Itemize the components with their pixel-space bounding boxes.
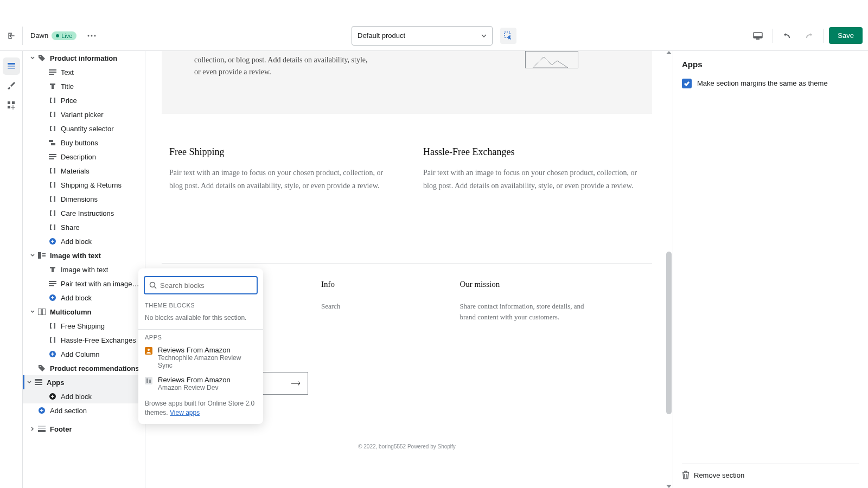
- svg-rect-34: [35, 379, 42, 381]
- block-price[interactable]: Price: [23, 93, 145, 107]
- app-blocks-icon: [7, 100, 16, 110]
- col1-body: Pair text with an image to focus on your…: [169, 166, 391, 192]
- svg-rect-5: [754, 36, 762, 38]
- app-subtitle: Technophile Amazon Review Sync: [158, 354, 257, 369]
- footer-search-link[interactable]: Search: [321, 302, 340, 310]
- inspector-button[interactable]: [500, 28, 516, 44]
- svg-rect-7: [8, 63, 15, 65]
- block-label: Price: [61, 97, 77, 105]
- svg-rect-18: [51, 143, 55, 145]
- bracket-icon: [49, 111, 56, 118]
- divider: [138, 329, 263, 330]
- col2-body: Pair text with an image to focus on your…: [423, 166, 644, 192]
- add-section[interactable]: Add section: [23, 403, 145, 418]
- checkbox-checked[interactable]: [682, 79, 692, 88]
- svg-rect-40: [38, 428, 46, 429]
- app-title: Reviews From Amazon: [158, 346, 257, 354]
- add-label: Add block: [61, 393, 92, 401]
- view-apps-link[interactable]: View apps: [170, 409, 200, 416]
- section-apps[interactable]: Apps: [23, 375, 145, 389]
- add-block-product-info[interactable]: Add block: [23, 234, 145, 248]
- app-section-icon: [35, 379, 42, 386]
- template-label: Default product: [358, 31, 405, 40]
- exit-button[interactable]: [4, 27, 23, 45]
- monitor-icon: [753, 32, 763, 40]
- block-label: Text: [61, 68, 74, 76]
- type-icon: [49, 82, 56, 90]
- footer-icon: [38, 426, 46, 432]
- rail-sections[interactable]: [3, 57, 20, 75]
- svg-rect-35: [35, 382, 42, 383]
- block-quantity-selector[interactable]: Quantity selector: [23, 121, 145, 136]
- block-buy-buttons[interactable]: Buy buttons: [23, 136, 145, 150]
- more-button[interactable]: [84, 28, 99, 43]
- add-label: Add section: [50, 407, 87, 415]
- app-subtitle: Amazon Review Dev: [158, 384, 231, 391]
- block-iwt-heading[interactable]: Image with text: [23, 262, 145, 277]
- block-text[interactable]: Text: [23, 65, 145, 79]
- sidebar[interactable]: Product information Text Title Price Var…: [23, 51, 145, 488]
- block-label: Variant picker: [61, 111, 104, 119]
- section-multicolumn[interactable]: Multicolumn: [23, 305, 145, 319]
- col2-title: Hassle-Free Exchanges: [423, 146, 644, 158]
- paintbrush-icon: [7, 81, 16, 91]
- app-block-item-1[interactable]: Reviews From Amazon Technophile Amazon R…: [138, 343, 263, 373]
- template-select[interactable]: Default product: [352, 26, 493, 46]
- block-free-shipping[interactable]: Free Shipping: [23, 319, 145, 333]
- block-label: Quantity selector: [61, 125, 114, 133]
- add-block-iwt[interactable]: Add block: [23, 291, 145, 305]
- section-product-information[interactable]: Product information: [23, 51, 145, 65]
- undo-button[interactable]: [778, 27, 797, 45]
- bracket-icon: [49, 322, 56, 330]
- section-footer[interactable]: Footer: [23, 422, 145, 436]
- block-dimensions[interactable]: Dimensions: [23, 192, 145, 206]
- block-shipping-returns[interactable]: Shipping & Returns: [23, 178, 145, 192]
- bracket-icon: [49, 97, 56, 104]
- app-block-item-2[interactable]: Reviews From Amazon Amazon Review Dev: [138, 373, 263, 395]
- block-care-instructions[interactable]: Care Instructions: [23, 206, 145, 220]
- topbar: Dawn Live Default product: [0, 21, 868, 51]
- svg-rect-16: [49, 74, 54, 75]
- svg-rect-41: [38, 430, 46, 432]
- app-title: Reviews From Amazon: [158, 376, 231, 384]
- bracket-icon: [49, 181, 56, 189]
- bracket-icon: [49, 336, 56, 344]
- section-image-with-text[interactable]: Image with text: [23, 248, 145, 262]
- block-share[interactable]: Share: [23, 220, 145, 234]
- scroll-down-icon: [666, 485, 672, 488]
- svg-rect-23: [38, 252, 41, 259]
- search-input[interactable]: [160, 281, 252, 290]
- rail-theme-settings[interactable]: [3, 77, 20, 94]
- block-description[interactable]: Description: [23, 150, 145, 164]
- svg-rect-28: [49, 285, 54, 286]
- block-variant-picker[interactable]: Variant picker: [23, 107, 145, 121]
- svg-point-44: [148, 349, 150, 351]
- svg-point-33: [40, 366, 41, 367]
- block-materials[interactable]: Materials: [23, 164, 145, 178]
- scrollbar[interactable]: [665, 51, 673, 488]
- add-label: Add Column: [61, 350, 100, 358]
- caret-down-icon: [30, 253, 35, 258]
- svg-point-42: [150, 282, 155, 287]
- block-title[interactable]: Title: [23, 79, 145, 93]
- rail-apps[interactable]: [3, 97, 20, 114]
- add-column[interactable]: Add Column: [23, 347, 145, 361]
- add-block-apps[interactable]: Add block: [23, 389, 145, 403]
- save-button[interactable]: Save: [829, 27, 863, 44]
- scroll-thumb[interactable]: [666, 252, 672, 414]
- block-hassle-free[interactable]: Hassle-Free Exchanges: [23, 333, 145, 347]
- redo-icon: [804, 31, 813, 40]
- svg-point-1: [91, 35, 93, 36]
- remove-section-button[interactable]: Remove section: [682, 464, 859, 479]
- tag-icon: [38, 364, 46, 372]
- svg-rect-14: [49, 69, 56, 70]
- svg-rect-24: [42, 253, 46, 254]
- redo-button[interactable]: [799, 27, 818, 45]
- block-iwt-text[interactable]: Pair text with an image to f...: [23, 277, 145, 291]
- section-product-recommendations[interactable]: Product recommendations: [23, 361, 145, 375]
- margins-checkbox-row[interactable]: Make section margins the same as theme: [682, 79, 859, 88]
- remove-label: Remove section: [694, 471, 744, 479]
- checkbox-label: Make section margins the same as theme: [697, 79, 828, 88]
- search-blocks-field[interactable]: [144, 276, 258, 294]
- device-view-button[interactable]: [749, 27, 767, 45]
